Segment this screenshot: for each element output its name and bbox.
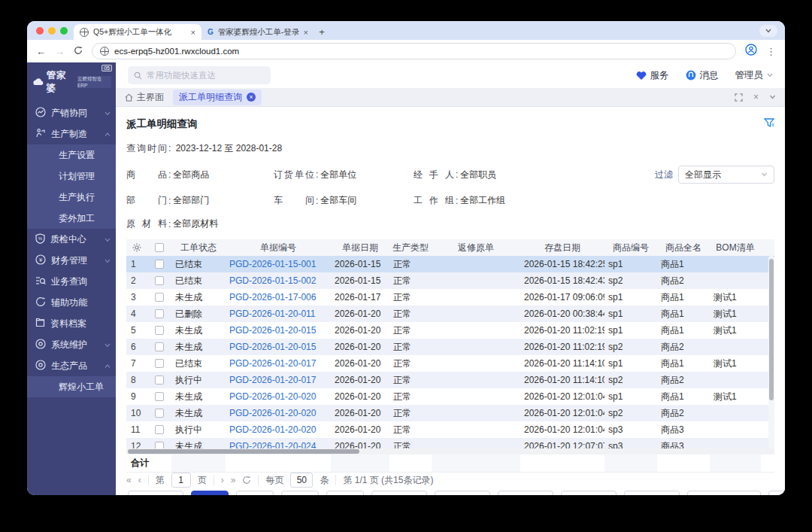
- sidebar-subitem[interactable]: 计划管理: [27, 166, 116, 187]
- close-all-icon[interactable]: ×: [753, 92, 759, 102]
- refresh-icon[interactable]: [242, 476, 251, 485]
- sidebar-item[interactable]: ¥财务管理: [27, 250, 116, 271]
- doc-number-link[interactable]: PGD-2026-01-20-011: [226, 306, 331, 322]
- prev-page-icon[interactable]: ‹: [138, 475, 141, 485]
- table-row[interactable]: 6未生成PGD-2026-01-20-0152026-01-20正常2026-0…: [126, 339, 774, 355]
- minimize-window-button[interactable]: [48, 27, 56, 35]
- new-tab-button[interactable]: +: [314, 24, 329, 39]
- sidebar-subitem[interactable]: 辉煌小工单: [27, 376, 116, 397]
- close-tab-icon[interactable]: ×: [191, 28, 195, 37]
- tab-home[interactable]: 主界面: [125, 91, 164, 104]
- quick-search-input[interactable]: 常用功能快速直达: [128, 66, 271, 84]
- action-button[interactable]: 工票明细: [624, 491, 680, 495]
- row-checkbox[interactable]: [147, 421, 171, 438]
- table-row[interactable]: 2已结束PGD-2026-01-15-0022026-01-15正常2026-0…: [126, 272, 774, 289]
- action-button[interactable]: 转小工单排产: [687, 491, 761, 495]
- doc-number-link[interactable]: PGD-2026-01-15-001: [226, 256, 331, 272]
- doc-number-link[interactable]: PGD-2026-01-20-020: [226, 421, 331, 438]
- display-filter-select[interactable]: 全部显示: [678, 166, 774, 184]
- filter-funnel-icon[interactable]: [764, 117, 774, 131]
- tab-search-button[interactable]: [759, 25, 777, 37]
- close-tab-icon[interactable]: ×: [247, 93, 256, 102]
- sidebar-item[interactable]: 系统维护: [27, 334, 116, 355]
- tab-dispatch-query[interactable]: 派工单明细查询 ×: [173, 90, 262, 105]
- column-header[interactable]: 商品全名: [657, 239, 710, 256]
- table-row[interactable]: 7已结束PGD-2026-01-20-0172026-01-20正常2026-0…: [126, 355, 774, 372]
- address-bar[interactable]: ecs-erpq5-hz001.rwxcloud1.com: [92, 43, 736, 59]
- doc-number-link[interactable]: PGD-2026-01-20-017: [226, 372, 331, 388]
- table-row[interactable]: 4已删除PGD-2026-01-20-0112026-01-20正常2026-0…: [126, 306, 774, 322]
- select-all-checkbox[interactable]: [147, 239, 171, 256]
- per-page-input[interactable]: 50: [290, 473, 313, 488]
- zoom-window-button[interactable]: [60, 27, 68, 35]
- sidebar-item[interactable]: 业务查询: [27, 271, 116, 292]
- action-button[interactable]: 领料明细: [498, 491, 553, 495]
- doc-number-link[interactable]: PGD-2026-01-20-015: [226, 322, 331, 339]
- table-row[interactable]: 8执行中PGD-2026-01-20-0172026-01-20正常2026-0…: [126, 372, 774, 388]
- fullscreen-icon[interactable]: [735, 93, 743, 102]
- sidebar-subitem[interactable]: 生产设置: [27, 144, 116, 166]
- row-checkbox[interactable]: [147, 405, 171, 421]
- table-row[interactable]: 3未生成PGD-2026-01-17-0062026-01-17正常2026-0…: [126, 289, 774, 306]
- page-number-input[interactable]: 1: [171, 473, 191, 488]
- column-header[interactable]: 商品编号: [604, 239, 657, 256]
- table-row[interactable]: 9未生成PGD-2026-01-20-0202026-01-20正常2026-0…: [126, 388, 774, 405]
- action-button[interactable]: 复制: [236, 491, 274, 495]
- action-button[interactable]: 查询条件: [128, 491, 183, 495]
- row-checkbox[interactable]: [147, 322, 171, 339]
- action-button[interactable]: 完工明细: [561, 491, 617, 495]
- doc-number-link[interactable]: PGD-2026-01-20-024: [226, 438, 331, 448]
- action-button[interactable]: 中止执行: [435, 491, 490, 495]
- vertical-scrollbar[interactable]: [768, 256, 774, 448]
- row-checkbox[interactable]: [147, 372, 171, 388]
- row-checkbox[interactable]: [147, 388, 171, 405]
- action-button[interactable]: 强制完成: [371, 491, 427, 495]
- doc-number-link[interactable]: PGD-2026-01-20-017: [226, 355, 331, 372]
- table-row[interactable]: 11执行中PGD-2026-01-20-0202026-01-20正常2026-…: [126, 421, 774, 438]
- action-button[interactable]: 删除: [326, 491, 364, 495]
- sidebar-item[interactable]: %质检中心: [27, 229, 116, 250]
- action-button[interactable]: 新增: [191, 491, 229, 495]
- table-row[interactable]: 12未生成PGD-2026-01-20-0242026-01-20正常2026-…: [126, 438, 774, 448]
- browser-menu-icon[interactable]: ⋮: [766, 46, 776, 57]
- horizontal-scrollbar-thumb[interactable]: [128, 449, 359, 454]
- doc-number-link[interactable]: PGD-2026-01-17-006: [226, 289, 331, 306]
- row-checkbox[interactable]: [147, 289, 171, 306]
- row-checkbox[interactable]: [147, 272, 171, 289]
- action-button[interactable]: 修改: [281, 491, 319, 495]
- sidebar-item[interactable]: 资料档案: [27, 313, 116, 334]
- table-row[interactable]: 5未生成PGD-2026-01-20-0152026-01-20正常2026-0…: [126, 322, 774, 339]
- user-menu[interactable]: 管理员: [735, 69, 774, 82]
- doc-number-link[interactable]: PGD-2026-01-15-002: [226, 272, 331, 289]
- sidebar-item[interactable]: 辅助功能: [27, 292, 116, 313]
- column-header[interactable]: 存盘日期: [520, 239, 604, 256]
- close-tab-icon[interactable]: ×: [304, 28, 308, 37]
- first-page-icon[interactable]: «: [126, 475, 132, 485]
- column-header[interactable]: 返修原单: [432, 239, 520, 256]
- row-checkbox[interactable]: [147, 339, 171, 355]
- row-checkbox[interactable]: [147, 355, 171, 372]
- doc-number-link[interactable]: PGD-2026-01-20-020: [226, 405, 331, 421]
- messages-menu[interactable]: 消息: [686, 69, 719, 82]
- sidebar-subitem[interactable]: 生产执行: [27, 187, 116, 208]
- table-row[interactable]: 1已结束PGD-2026-01-15-0012026-01-15正常2026-0…: [126, 256, 774, 272]
- reload-icon[interactable]: [74, 46, 83, 57]
- sidebar-item[interactable]: 产销协同: [27, 102, 116, 123]
- forward-icon[interactable]: →: [55, 46, 65, 57]
- next-page-icon[interactable]: ›: [221, 475, 224, 485]
- print-button[interactable]: 打印(P): [768, 491, 785, 495]
- row-checkbox[interactable]: [147, 256, 171, 272]
- tabs-dropdown-icon[interactable]: [769, 95, 776, 99]
- window-controls[interactable]: [35, 21, 74, 40]
- vertical-scrollbar-thumb[interactable]: [769, 259, 774, 400]
- close-window-button[interactable]: [36, 27, 44, 35]
- row-checkbox[interactable]: [147, 306, 171, 322]
- row-checkbox[interactable]: [147, 438, 171, 448]
- column-header[interactable]: BOM清单: [710, 239, 761, 256]
- back-icon[interactable]: ←: [36, 46, 46, 57]
- service-menu[interactable]: 服务: [636, 69, 669, 82]
- column-settings-gear-icon[interactable]: [126, 239, 147, 256]
- profile-icon[interactable]: [745, 44, 757, 59]
- site-info-icon[interactable]: [100, 47, 109, 56]
- column-header[interactable]: 单据编号: [226, 239, 331, 256]
